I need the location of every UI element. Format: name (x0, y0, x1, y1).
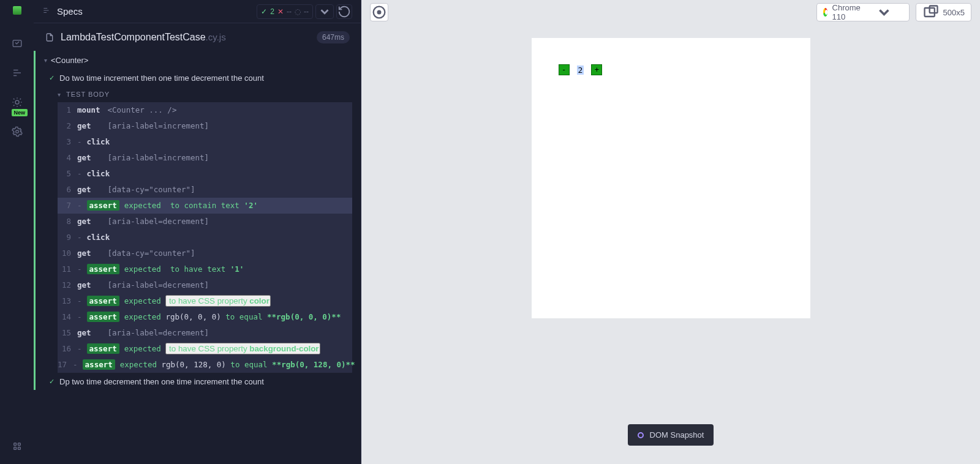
page-title: Specs (57, 6, 83, 17)
test-name: Dp two time decrement then one time incr… (59, 377, 264, 386)
check-icon: ✓ (49, 74, 55, 82)
aut-preview-panel: Chrome 110 500x5 - 2 + DOM Snapshot (361, 0, 980, 464)
command-number: 16 (58, 344, 77, 353)
nav-rail: New (0, 0, 34, 464)
check-icon: ✓ (261, 7, 267, 16)
new-badge: New (12, 109, 28, 116)
command-name: get (77, 185, 103, 194)
command-message: [data-cy="counter"] (103, 249, 195, 258)
command-number: 15 (58, 328, 77, 337)
command-row[interactable]: 16-assertexpected to have CSS property b… (58, 341, 352, 357)
selector-playground-button[interactable] (370, 3, 388, 21)
increment-button[interactable]: + (591, 64, 602, 75)
command-number: 9 (58, 233, 77, 242)
assert-badge: assert (87, 200, 119, 211)
command-number: 4 (58, 153, 77, 162)
check-icon: ✓ (49, 378, 55, 386)
command-row[interactable]: 8get [aria-label=decrement] (58, 214, 352, 230)
reporter-header: Specs ✓ 2 ✕ -- ◌ -- (34, 0, 361, 23)
child-indicator: - (77, 137, 82, 146)
command-number: 1 (58, 105, 77, 114)
test-name: Do two time increment then one time decr… (59, 73, 264, 83)
chevron-down-icon: ▾ (44, 57, 47, 64)
keyboard-shortcuts-icon[interactable] (12, 441, 23, 452)
command-number: 14 (58, 312, 77, 321)
debug-nav-icon[interactable]: New (12, 97, 23, 108)
command-number: 8 (58, 217, 77, 226)
pin-icon (638, 432, 644, 438)
command-name: get (77, 153, 103, 162)
spec-name: LambdaTestComponentTestCase (61, 32, 206, 43)
command-row[interactable]: 4get [aria-label=increment] (58, 150, 352, 166)
fail-count: -- (287, 7, 292, 16)
command-row[interactable]: 12get [aria-label=decrement] (58, 277, 352, 293)
test-row-2[interactable]: ✓ Dp two time decrement then one time in… (44, 373, 352, 390)
command-name: click (87, 233, 113, 242)
command-name: get (77, 328, 103, 337)
assert-badge: assert (87, 312, 119, 322)
settings-nav-icon[interactable] (12, 126, 23, 137)
child-indicator: - (77, 264, 82, 274)
test-body-label: TEST BODY (66, 91, 110, 98)
cypress-logo[interactable] (13, 6, 21, 15)
command-message: expected rgb(0, 0, 0) to equal **rgb(0, … (124, 312, 341, 321)
command-row[interactable]: 13-assertexpected to have CSS property c… (58, 293, 352, 309)
viewport-size-pill[interactable]: 500x5 (916, 3, 971, 21)
restart-button[interactable] (336, 4, 352, 19)
test-body-header[interactable]: ▾ TEST BODY (44, 86, 352, 102)
browser-selector[interactable]: Chrome 110 (816, 3, 910, 21)
counter-value: 2 (577, 65, 584, 75)
command-message (113, 233, 118, 242)
toggle-runner-button[interactable] (315, 4, 334, 19)
specs-nav-icon[interactable] (12, 38, 23, 49)
suite-row[interactable]: ▾ <Counter> (44, 51, 352, 69)
spec-file-row[interactable]: LambdaTestComponentTestCase .cy.js 647ms (34, 23, 361, 51)
command-row[interactable]: 10get [data-cy="counter"] (58, 245, 352, 261)
aut-frame: - 2 + (532, 38, 810, 318)
child-indicator: - (77, 312, 82, 321)
aut-wrap: - 2 + DOM Snapshot (361, 24, 980, 464)
pass-count: 2 (270, 7, 274, 16)
command-row[interactable]: 1mount <Counter ... /> (58, 102, 352, 118)
command-message: expected rgb(0, 128, 0) to equal **rgb(0… (120, 360, 355, 369)
assert-badge: assert (87, 264, 119, 274)
command-name: mount (77, 105, 103, 114)
child-indicator: - (77, 169, 82, 178)
decrement-button[interactable]: - (559, 64, 570, 75)
command-row[interactable]: 14-assertexpected rgb(0, 0, 0) to equal … (58, 309, 352, 325)
file-icon (45, 32, 55, 42)
command-message (113, 137, 118, 146)
dom-snapshot-toast[interactable]: DOM Snapshot (628, 424, 714, 446)
command-row[interactable]: 7-assertexpected to contain text '2' (58, 198, 352, 214)
child-indicator: - (77, 201, 82, 210)
command-name: click (87, 137, 113, 146)
command-row[interactable]: 6get [data-cy="counter"] (58, 182, 352, 198)
command-row[interactable]: 5-click (58, 166, 352, 182)
command-row[interactable]: 3-click (58, 134, 352, 150)
command-log: 1mount <Counter ... />2get [aria-label=i… (44, 102, 352, 373)
svg-point-8 (378, 11, 381, 14)
command-message: <Counter ... /> (103, 105, 176, 114)
viewport-dims: 500x5 (943, 8, 965, 17)
command-number: 6 (58, 185, 77, 194)
child-indicator: - (77, 344, 82, 353)
command-row[interactable]: 2get [aria-label=increment] (58, 118, 352, 134)
child-indicator: - (77, 233, 82, 242)
command-message (113, 169, 118, 178)
command-row[interactable]: 9-click (58, 230, 352, 245)
command-name: get (77, 121, 103, 130)
command-row[interactable]: 17-assertexpected rgb(0, 128, 0) to equa… (58, 357, 352, 373)
child-indicator: - (77, 296, 82, 305)
command-message: expected to have CSS property background… (124, 343, 320, 354)
command-row[interactable]: 15get [aria-label=decrement] (58, 325, 352, 341)
command-number: 17 (58, 360, 73, 369)
test-counts-pill: ✓ 2 ✕ -- ◌ -- (257, 4, 313, 19)
command-row[interactable]: 11-assertexpected to have text '1' (58, 261, 352, 277)
command-number: 2 (58, 121, 77, 130)
dom-snapshot-label: DOM Snapshot (650, 430, 704, 440)
runs-nav-icon[interactable] (12, 67, 23, 78)
command-message: [aria-label=increment] (103, 153, 209, 162)
command-message: expected to contain text '2' (124, 201, 258, 210)
command-message: expected to have text '1' (124, 264, 244, 274)
test-row-1[interactable]: ✓ Do two time increment then one time de… (44, 69, 352, 86)
